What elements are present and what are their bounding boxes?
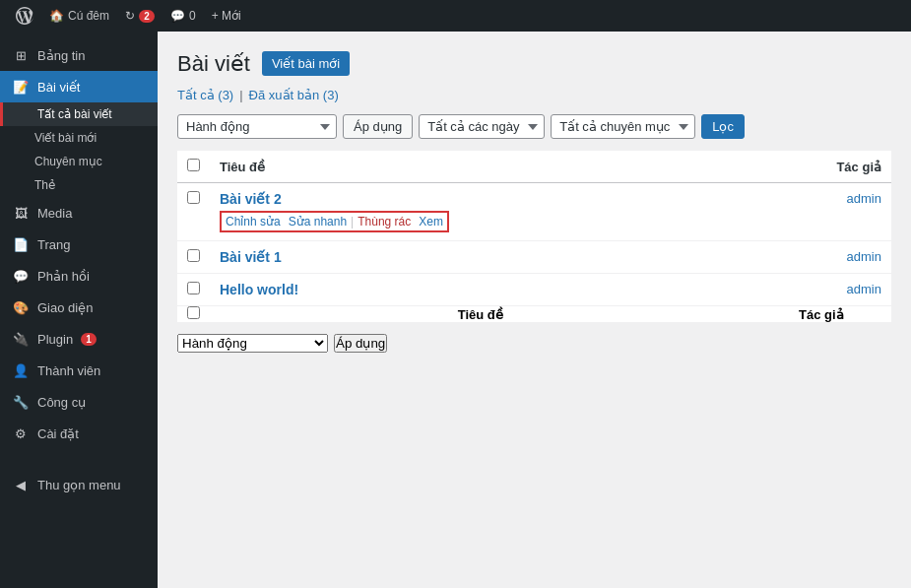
action-select[interactable]: Hành động Sửa Chuyển vào thùng rác	[177, 114, 337, 139]
author-link[interactable]: admin	[847, 249, 881, 264]
sidebar-sub-all-posts[interactable]: Tất cả bài viết	[0, 102, 158, 126]
footer-checkbox-col	[177, 306, 210, 323]
table-row: Bài viết 1 admin	[177, 241, 891, 274]
sidebar-collapse[interactable]: ◀ Thu gọn menu	[0, 469, 158, 500]
row-title-cell: Bài viết 1	[210, 241, 751, 274]
sidebar-media-label: Media	[37, 206, 72, 221]
appearance-icon: 🎨	[12, 298, 30, 316]
row-title-cell: Bài viết 2 Chỉnh sửa Sửa nhanh | Thùng r…	[210, 183, 751, 241]
post-actions: Chỉnh sửa Sửa nhanh | Thùng rác Xem	[220, 211, 742, 232]
wp-logo-item[interactable]	[8, 0, 41, 32]
footer-action-select[interactable]: Hành động Sửa Chuyển vào thùng rác	[177, 334, 328, 353]
sidebar-item-posts[interactable]: 📝 Bài viết	[0, 71, 158, 102]
sidebar-users-label: Thành viên	[37, 363, 100, 378]
categories-label: Chuyên mục	[34, 155, 102, 168]
row-title-cell: Hello world!	[210, 274, 751, 306]
sidebar-sub-new-post[interactable]: Viết bài mới	[0, 126, 158, 150]
new-post-button[interactable]: Viết bài mới	[262, 51, 350, 76]
sidebar-item-appearance[interactable]: 🎨 Giao diện	[0, 292, 158, 323]
post-actions-box: Chỉnh sửa Sửa nhanh | Thùng rác Xem	[220, 211, 449, 232]
site-name-item[interactable]: 🏠 Cú đêm	[41, 0, 117, 32]
row-checkbox[interactable]	[187, 249, 200, 262]
filter-all-count: 3	[223, 88, 229, 102]
plugins-badge: 1	[81, 333, 97, 346]
comments-item[interactable]: 💬 0	[163, 0, 204, 32]
table-header-row: Tiêu đề Tác giả	[177, 151, 891, 183]
sidebar: ⊞ Bảng tin 📝 Bài viết Tất cả bài viết Vi…	[0, 32, 158, 588]
updates-badge: 2	[139, 10, 155, 23]
post-title-link[interactable]: Bài viết 2	[220, 191, 282, 207]
apply-button-top[interactable]: Áp dụng	[343, 114, 413, 139]
filter-published-count: 3	[327, 88, 334, 102]
main-content: Bài viết Viết bài mới Tất cả (3) | Đã xu…	[158, 32, 911, 588]
media-icon: 🖼	[12, 204, 30, 222]
row-checkbox-cell	[177, 241, 210, 274]
plugins-icon: 🔌	[12, 330, 30, 348]
author-link[interactable]: admin	[847, 191, 881, 206]
row-checkbox-cell	[177, 183, 210, 241]
filter-all-link[interactable]: Tất cả (3)	[177, 88, 233, 102]
sidebar-collapse-label: Thu gọn menu	[37, 478, 121, 492]
post-title-link[interactable]: Hello world!	[220, 282, 298, 297]
comments-icon: 💬	[170, 9, 185, 23]
users-icon: 👤	[12, 361, 30, 379]
site-name: Cú đêm	[68, 9, 109, 23]
all-posts-label: Tất cả bài viết	[37, 107, 112, 121]
sidebar-item-comments[interactable]: 💬 Phản hồi	[0, 260, 158, 292]
sep2: |	[351, 215, 354, 229]
updates-icon: ↻	[125, 9, 135, 23]
footer-title-label: Tiêu đề	[458, 307, 503, 322]
comments-sidebar-icon: 💬	[12, 267, 30, 285]
date-select[interactable]: Tất cả các ngày	[419, 114, 545, 139]
layout: ⊞ Bảng tin 📝 Bài viết Tất cả bài viết Vi…	[0, 32, 911, 588]
sidebar-item-pages[interactable]: 📄 Trang	[0, 229, 158, 260]
author-link[interactable]: admin	[847, 282, 881, 296]
title-header-label: Tiêu đề	[220, 160, 265, 174]
edit-link[interactable]: Chỉnh sửa	[226, 215, 281, 229]
sidebar-sub-categories[interactable]: Chuyên mục	[0, 150, 158, 173]
admin-bar: 🏠 Cú đêm ↻ 2 💬 0 + Mới	[0, 0, 911, 32]
sidebar-sub-tags[interactable]: Thẻ	[0, 173, 158, 197]
toolbar: Hành động Sửa Chuyển vào thùng rác Áp dụ…	[177, 114, 891, 139]
post-title-link[interactable]: Bài viết 1	[220, 249, 282, 265]
footer-select-all-checkbox[interactable]	[187, 306, 200, 319]
filter-all-label: Tất cả	[177, 88, 215, 102]
page-title: Bài viết	[177, 53, 250, 75]
sidebar-item-tools[interactable]: 🔧 Công cụ	[0, 386, 158, 418]
sidebar-tools-label: Công cụ	[37, 395, 86, 410]
table-row: Hello world! admin	[177, 274, 891, 306]
sidebar-dashboard-label: Bảng tin	[37, 48, 85, 63]
filter-published-link[interactable]: Đã xuất bản (3)	[249, 88, 339, 102]
sidebar-item-dashboard[interactable]: ⊞ Bảng tin	[0, 39, 158, 71]
wp-logo-icon	[16, 7, 33, 25]
filter-published-label: Đã xuất bản	[249, 88, 320, 102]
sidebar-item-settings[interactable]: ⚙ Cài đặt	[0, 418, 158, 449]
footer-toolbar: Hành động Sửa Chuyển vào thùng rác Áp dụ…	[177, 334, 891, 353]
row-author-cell: admin	[751, 274, 891, 306]
quickedit-link[interactable]: Sửa nhanh	[289, 215, 347, 229]
sidebar-item-media[interactable]: 🖼 Media	[0, 197, 158, 229]
sidebar-settings-label: Cài đặt	[37, 426, 79, 441]
select-all-checkbox[interactable]	[187, 159, 200, 171]
row-checkbox[interactable]	[187, 282, 200, 294]
collapse-icon: ◀	[12, 476, 30, 493]
updates-item[interactable]: ↻ 2	[117, 0, 163, 32]
sidebar-pages-label: Trang	[37, 237, 70, 252]
new-content-item[interactable]: + Mới	[204, 0, 249, 32]
sidebar-posts-label: Bài viết	[37, 80, 80, 95]
footer-apply-button[interactable]: Áp dụng	[334, 334, 387, 353]
row-checkbox[interactable]	[187, 191, 200, 204]
sidebar-comments-label: Phản hồi	[37, 269, 90, 284]
footer-author-label: Tác giả	[799, 307, 844, 322]
trash-link[interactable]: Thùng rác	[358, 215, 411, 229]
filter-separator: |	[239, 88, 242, 102]
row-author-cell: admin	[751, 241, 891, 274]
sidebar-item-plugins[interactable]: 🔌 Plugin 1	[0, 323, 158, 355]
comments-count: 0	[189, 9, 196, 23]
footer-author: Tác giả	[751, 306, 891, 323]
filter-button[interactable]: Lọc	[701, 114, 745, 139]
view-link[interactable]: Xem	[419, 215, 443, 229]
sidebar-item-users[interactable]: 👤 Thành viên	[0, 355, 158, 386]
category-select[interactable]: Tất cả chuyên mục	[551, 114, 695, 139]
new-content-label: + Mới	[212, 9, 241, 23]
